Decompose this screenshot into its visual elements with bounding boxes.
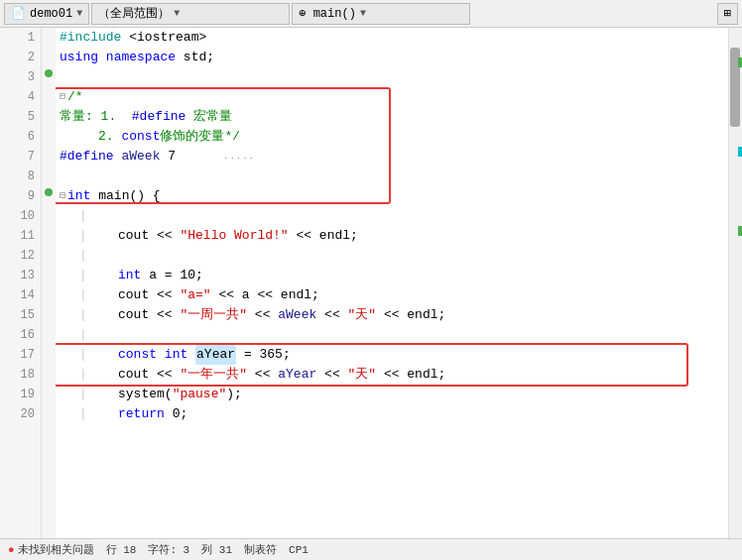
collapse-icon-4[interactable]: ⊟: [60, 87, 65, 107]
line-num-16: 16: [0, 325, 41, 345]
row-label: 行 18: [106, 542, 137, 557]
code-area[interactable]: #include <iostream> using namespace std;…: [56, 28, 728, 538]
status-char: 字符: 3: [148, 542, 189, 557]
line-num-14: 14: [0, 285, 41, 305]
line-num-2: 2: [0, 48, 41, 67]
scrollbar-marker-green-1: [738, 57, 742, 67]
line-num-19: 19: [0, 385, 41, 404]
line-num-6: 6: [0, 127, 41, 147]
line-numbers: 1 2 3 4 5 6 7 8 9 10 11 12 13 14 15 16 1…: [0, 28, 42, 538]
editor-container: 1 2 3 4 5 6 7 8 9 10 11 12 13 14 15 16 1…: [0, 28, 742, 538]
line-num-7: 7: [0, 147, 41, 167]
code-line-20: | return 0;: [60, 404, 728, 424]
code-line-7: #define aWeek 7 ·····: [60, 147, 728, 167]
scrollbar-marker-green-2: [738, 226, 742, 236]
line-num-13: 13: [0, 266, 41, 285]
code-line-5: 常量: 1. #define 宏常量: [60, 107, 728, 127]
code-line-11: | cout << "Hello World!" << endl;: [60, 226, 728, 246]
indicator-bar: [42, 28, 56, 538]
scrollbar-marker-teal-1: [738, 147, 742, 157]
func-label: ⊕ main(): [299, 6, 356, 21]
line-num-3: 3: [0, 67, 41, 87]
indicator-dot-line9: [45, 188, 53, 196]
extra-button[interactable]: ⊞: [717, 3, 738, 25]
status-enc: 制表符: [244, 542, 277, 557]
line-num-5: 5: [0, 107, 41, 127]
line-num-9: 9: [0, 186, 41, 206]
scope-dropdown-arrow: ▼: [174, 8, 180, 19]
ide-window: 📄 demo01 ▼ （全局范围） ▼ ⊕ main() ▼ ⊞ 1 2 3 4…: [0, 0, 742, 560]
code-line-17: | const int aYear = 365;: [60, 345, 728, 365]
line-num-10: 10: [0, 206, 41, 226]
indicator-dot-line3: [45, 69, 53, 77]
enc-label: 制表符: [244, 542, 277, 557]
line-num-8: 8: [0, 167, 41, 186]
collapse-icon-9[interactable]: ⊟: [60, 186, 65, 206]
line-num-11: 11: [0, 226, 41, 246]
line-num-1: 1: [0, 28, 41, 48]
file-label: demo01: [30, 7, 72, 21]
line-num-20: 20: [0, 404, 41, 424]
file-selector[interactable]: 📄 demo01 ▼: [4, 3, 89, 25]
code-line-18: | cout << "一年一共" << aYear << "天" << endl…: [60, 365, 728, 385]
code-line-10: |: [60, 206, 728, 226]
status-row: 行 18: [106, 542, 137, 557]
status-error: ● 未找到相关问题: [8, 542, 94, 557]
line-num-12: 12: [0, 246, 41, 266]
line-num-17: 17: [0, 345, 41, 365]
code-line-12: |: [60, 246, 728, 266]
code-line-8: [60, 167, 728, 186]
code-line-1: #include <iostream>: [60, 28, 728, 48]
code-line-2: using namespace std;: [60, 48, 728, 67]
codec-label: CP1: [289, 544, 309, 556]
status-col: 列 31: [201, 542, 232, 557]
error-text: 未找到相关问题: [18, 542, 94, 557]
scope-label: （全局范围）: [98, 5, 170, 22]
char-label: 字符: 3: [148, 542, 189, 557]
code-line-16: |: [60, 325, 728, 345]
code-line-3: [60, 67, 728, 87]
status-codec: CP1: [289, 544, 309, 556]
code-line-13: | int a = 10;: [60, 266, 728, 285]
file-icon: 📄: [11, 6, 26, 21]
toolbar: 📄 demo01 ▼ （全局范围） ▼ ⊕ main() ▼ ⊞: [0, 0, 742, 28]
code-line-19: | system("pause");: [60, 385, 728, 404]
error-icon: ●: [8, 544, 15, 556]
status-bar: ● 未找到相关问题 行 18 字符: 3 列 31 制表符 CP1: [0, 538, 742, 560]
func-selector[interactable]: ⊕ main() ▼: [292, 3, 470, 25]
code-line-9: ⊟int main() {: [60, 186, 728, 206]
col-label: 列 31: [201, 542, 232, 557]
code-line-15: | cout << "一周一共" << aWeek << "天" << endl…: [60, 305, 728, 325]
line-num-18: 18: [0, 365, 41, 385]
line-num-15: 15: [0, 305, 41, 325]
code-line-14: | cout << "a=" << a << endl;: [60, 285, 728, 305]
code-line-6: 2. const修饰的变量*/: [60, 127, 728, 147]
scope-selector[interactable]: （全局范围） ▼: [91, 3, 290, 25]
line-num-4: 4: [0, 87, 41, 107]
code-line-4: ⊟/*: [60, 87, 728, 107]
file-dropdown-arrow: ▼: [76, 8, 82, 19]
func-dropdown-arrow: ▼: [360, 8, 366, 19]
scrollbar[interactable]: [728, 28, 742, 538]
